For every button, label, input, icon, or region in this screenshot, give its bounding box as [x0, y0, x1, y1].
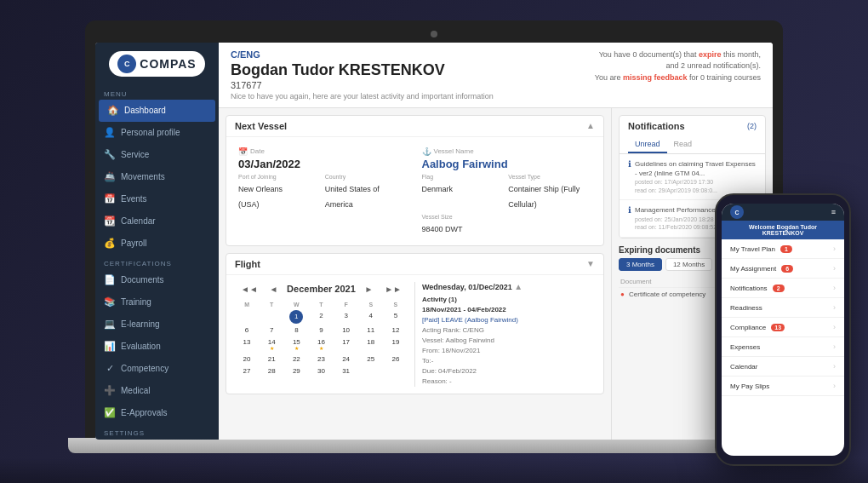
vessel-chevron-icon[interactable]: ▲: [586, 121, 595, 130]
menu-label: MENU: [95, 85, 219, 100]
travel-plan-badge: 1: [780, 245, 792, 253]
cal-day-25[interactable]: 25: [359, 354, 383, 365]
logo-text: COMPAS: [140, 57, 196, 71]
sidebar-item-competency[interactable]: ✓ Competency: [95, 358, 219, 380]
phone-item-compliance[interactable]: Compliance 13 ›: [722, 318, 844, 337]
filter-12months-btn[interactable]: 12 Months: [665, 258, 712, 271]
sidebar-item-payroll[interactable]: 💰 Payroll: [95, 233, 219, 255]
evaluation-icon: 📊: [104, 341, 116, 353]
sidebar-item-events[interactable]: 📅 Events: [95, 188, 219, 210]
phone-logo-area: C: [730, 205, 744, 219]
sidebar-item-eapprovals[interactable]: ✅ E-Approvals: [95, 402, 219, 424]
filter-3months-btn[interactable]: 3 Months: [619, 258, 662, 271]
phone-chevron-icon: ›: [833, 342, 836, 351]
cal-day-29[interactable]: 29: [284, 365, 308, 377]
phone-item-notifications[interactable]: Notifications 2 ›: [722, 279, 844, 298]
cal-prev-btn[interactable]: ◄: [267, 284, 281, 295]
cal-day-9[interactable]: 9: [309, 325, 333, 336]
cal-day-4[interactable]: 4: [359, 310, 383, 324]
cal-day-6[interactable]: 6: [235, 325, 259, 336]
cal-day-11[interactable]: 11: [359, 325, 383, 336]
phone-item-left: Expenses: [730, 343, 760, 351]
cal-next-btn[interactable]: ►: [363, 284, 376, 295]
vessel-name-label: ⚓ Vessel Name: [422, 147, 592, 156]
port-label: Port of Joining: [238, 174, 322, 180]
cal-day-20[interactable]: 20: [235, 354, 259, 365]
cal-day-18[interactable]: 18: [359, 336, 383, 353]
phone-item-payslips[interactable]: My Pay Slips ›: [722, 377, 844, 396]
flight-chevron-icon[interactable]: ▼: [586, 259, 595, 268]
cal-day-23[interactable]: 23: [309, 354, 333, 365]
calendar-small-icon: 📅: [238, 147, 248, 156]
sidebar-item-elearning[interactable]: 💻 E-learning: [95, 313, 219, 336]
cal-day-1[interactable]: 1: [289, 310, 303, 324]
cal-day-2[interactable]: 2: [309, 310, 333, 324]
activity-item: Activity (1) 18/Nov/2021 - 04/Feb/2022 […: [422, 295, 595, 387]
phone-item-readiness[interactable]: Readiness ›: [722, 298, 844, 318]
cal-day-7[interactable]: 7: [260, 325, 283, 336]
phone-item-label: Notifications: [730, 285, 768, 292]
sidebar-item-evaluation[interactable]: 📊 Evaluation: [95, 336, 219, 358]
cal-day-24[interactable]: 24: [334, 354, 358, 365]
sidebar-item-documents[interactable]: 📄 Documents: [95, 269, 219, 291]
sidebar-item-movements[interactable]: 🚢 Movements: [95, 166, 219, 188]
eapprovals-icon: ✅: [104, 407, 116, 419]
sidebar-item-training[interactable]: 📚 Training: [95, 291, 219, 313]
documents-icon: 📄: [104, 274, 116, 286]
phone-item-calendar[interactable]: Calendar ›: [722, 357, 844, 377]
sidebar-item-label: Training: [121, 297, 151, 307]
cal-day-15[interactable]: 15: [284, 336, 308, 353]
activity-chevron-icon[interactable]: ▲: [514, 282, 523, 291]
activity-count: Activity (1): [422, 295, 595, 305]
rank-label: C/ENG: [231, 49, 260, 60]
phone-item-travel-plan[interactable]: My Travel Plan 1 ›: [722, 239, 844, 259]
cal-day-19[interactable]: 19: [384, 336, 408, 353]
cal-day-12[interactable]: 12: [384, 325, 408, 336]
cal-day-empty2: [260, 310, 283, 324]
cal-day-3[interactable]: 3: [334, 310, 358, 324]
sidebar-item-personal-profile[interactable]: 👤 Personal profile: [95, 122, 219, 144]
cal-day-27[interactable]: 27: [235, 365, 259, 377]
cal-day-5[interactable]: 5: [384, 310, 408, 324]
activity-date-range: 18/Nov/2021 - 04/Feb/2022: [422, 305, 595, 315]
expire-word: expire: [699, 50, 722, 59]
cal-day-13[interactable]: 13: [235, 336, 259, 353]
cal-day-22[interactable]: 22: [284, 354, 308, 365]
cal-day-21[interactable]: 21: [260, 354, 283, 365]
sidebar-item-dashboard[interactable]: 🏠 Dashboard: [99, 100, 215, 122]
vessel-details-grid: Flag Denmark Vessel Type Container Ship …: [422, 174, 592, 235]
sidebar-item-label: Dashboard: [124, 106, 166, 115]
vessel-grid: 📅 Date 03/Jan/2022 Port of Joining: [235, 144, 595, 239]
cal-day-28[interactable]: 28: [260, 365, 283, 377]
phone-item-label: My Pay Slips: [730, 382, 769, 390]
phone-item-expenses[interactable]: Expenses ›: [722, 337, 844, 357]
laptop: C COMPAS MENU 🏠 Dashboard 👤 Personal pro…: [85, 20, 783, 463]
cal-day-31[interactable]: 31: [334, 365, 358, 377]
vessel-name-value: Aalbog Fairwind: [422, 158, 592, 170]
cal-day-26[interactable]: 26: [384, 354, 408, 365]
tab-unread[interactable]: Unread: [628, 136, 667, 153]
phone-item-left: Calendar: [730, 363, 757, 371]
cal-day-10[interactable]: 10: [334, 325, 358, 336]
cal-prev-prev-btn[interactable]: ◄◄: [238, 284, 260, 295]
sidebar-item-service[interactable]: 🔧 Service: [95, 144, 219, 166]
cal-day-30[interactable]: 30: [309, 365, 333, 377]
cal-day-17[interactable]: 17: [334, 336, 358, 353]
activity-due: Due: 04/Feb/2022: [422, 366, 595, 377]
phone-item-left: My Assignment 6: [730, 265, 793, 273]
sidebar-item-calendar[interactable]: 📆 Calendar: [95, 210, 219, 233]
cal-day-16[interactable]: 16: [309, 336, 333, 353]
left-panel: Next Vessel ▲ 📅 Date: [219, 108, 611, 440]
phone-hamburger-icon[interactable]: ≡: [831, 208, 836, 216]
phone-item-left: My Pay Slips: [730, 382, 769, 390]
phone-item-assignment[interactable]: My Assignment 6 ›: [722, 259, 844, 279]
cal-day-8[interactable]: 8: [284, 325, 308, 336]
activity-reason: Reason: -: [422, 377, 595, 387]
cal-next-next-btn[interactable]: ►►: [382, 284, 404, 295]
tab-read[interactable]: Read: [667, 136, 700, 153]
cal-day-14[interactable]: 14: [260, 336, 283, 353]
scene: C COMPAS MENU 🏠 Dashboard 👤 Personal pro…: [0, 0, 868, 483]
competency-icon: ✓: [104, 363, 116, 375]
sidebar-item-label: E-Approvals: [121, 408, 167, 417]
sidebar-item-medical[interactable]: ➕ Medical: [95, 380, 219, 402]
